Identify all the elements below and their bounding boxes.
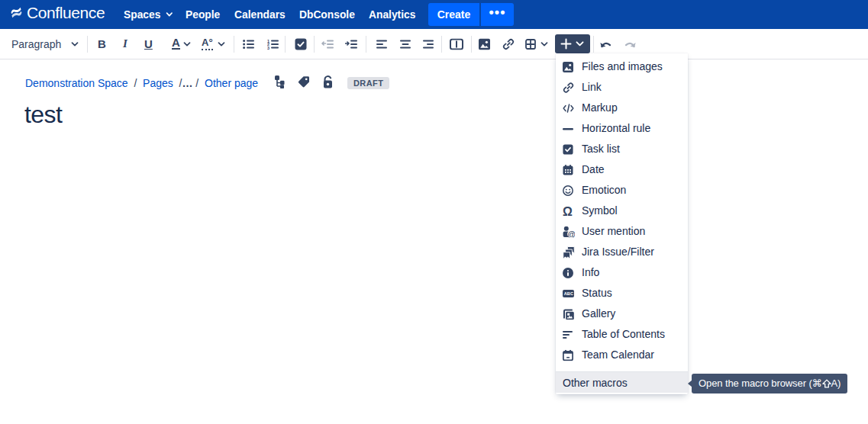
svg-text:@: @ bbox=[568, 229, 576, 237]
svg-text:3: 3 bbox=[267, 45, 269, 49]
svg-text:ABC: ABC bbox=[564, 291, 573, 296]
